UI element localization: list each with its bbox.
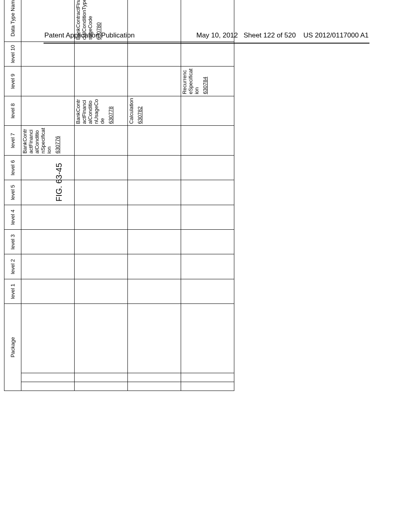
cell-ref: 630782: [137, 106, 143, 124]
col-level8: level 8: [4, 96, 21, 126]
col-level6: level 6: [4, 155, 21, 180]
cell-l6: [21, 155, 75, 180]
col-level9: level 9: [4, 66, 21, 96]
col-level2: level 2: [4, 254, 21, 279]
col-level7: level 7: [4, 126, 21, 156]
col-level5: level 5: [4, 180, 21, 205]
col-level3: level 3: [4, 230, 21, 254]
cell-ref: 630776: [55, 136, 61, 154]
cell-pk-b: [128, 373, 181, 382]
cell-l8: [21, 96, 75, 126]
cell-l8: BankContractFinancialConditionUsageCode …: [75, 96, 128, 126]
cell-l2: [75, 254, 128, 279]
table-row: BankContractFinancialConditionSpecificat…: [21, 0, 75, 391]
cell-l5: [75, 180, 128, 205]
cell-l3: [128, 230, 181, 254]
cell-text: BankContractFinancialConditionTypeUsageC…: [75, 0, 93, 40]
cell-pk-b: [21, 373, 75, 382]
header-sheet: Sheet 122 of 520: [244, 31, 296, 39]
cell-l7: [75, 126, 128, 156]
cell-pk-a: [75, 382, 128, 391]
cell-l2: [128, 254, 181, 279]
col-level10: level 10: [4, 42, 21, 66]
cell-pk-c: [75, 304, 128, 373]
cell-pk-c: [21, 304, 75, 373]
cell-l3: [21, 230, 75, 254]
cell-text: Calculation: [128, 98, 134, 124]
cell-l1: [75, 279, 128, 303]
cell-l5: [128, 180, 181, 205]
cell-pk-c: [181, 304, 234, 373]
table-row: Calculation 630782: [128, 0, 181, 391]
cell-l10: [75, 42, 128, 66]
cell-l8: Calculation 630782: [128, 96, 181, 126]
cell-l3: [181, 230, 234, 254]
cell-l6: [181, 155, 234, 180]
table-container: Package level 1 level 2 level 3 level 4 …: [4, 145, 403, 391]
col-package: Package: [4, 304, 21, 391]
hierarchy-table: Package level 1 level 2 level 3 level 4 …: [4, 0, 234, 391]
cell-dtn: [181, 0, 234, 42]
cell-text: BankContractFinancialConditionUsageCode: [75, 99, 105, 124]
cell-l4: [181, 205, 234, 229]
cell-text: BankContractFinancialConditionSpecificat…: [22, 128, 52, 154]
cell-dtn: BankContractFinancialConditionTypeUsageC…: [75, 0, 128, 42]
cell-l7: BankContractFinancialConditionSpecificat…: [21, 126, 75, 156]
cell-l9: [75, 66, 128, 96]
cell-ref: 630784: [202, 77, 209, 94]
cell-l2: [181, 254, 234, 279]
cell-pk-b: [75, 373, 128, 382]
cell-l8: [181, 96, 234, 126]
cell-l9: RecurrenceSpecification 630784: [181, 66, 234, 96]
cell-l9: [128, 66, 181, 96]
cell-pk-a: [181, 382, 234, 391]
cell-l10: [181, 42, 234, 66]
cell-l4: [128, 205, 181, 229]
table-header-row: Package level 1 level 2 level 3 level 4 …: [4, 0, 21, 391]
cell-pk-b: [181, 373, 234, 382]
table-row: RecurrenceSpecification 630784: [181, 0, 234, 391]
cell-l10: [128, 42, 181, 66]
col-level4: level 4: [4, 205, 21, 229]
cell-l1: [181, 279, 234, 303]
col-data-type-name: Data Type Name: [4, 0, 21, 42]
cell-l5: [21, 180, 75, 205]
cell-text: RecurrenceSpecification: [181, 69, 200, 94]
cell-dtn: [128, 0, 181, 42]
cell-l4: [75, 205, 128, 229]
cell-pk-a: [21, 382, 75, 391]
cell-l9: [21, 66, 75, 96]
cell-l6: [128, 155, 181, 180]
cell-pk-a: [128, 382, 181, 391]
cell-l7: [128, 126, 181, 156]
cell-l6: [75, 155, 128, 180]
header-pub: US 2012/0117000 A1: [303, 31, 369, 39]
cell-ref: 630778: [108, 106, 114, 124]
cell-l2: [21, 254, 75, 279]
cell-l4: [21, 205, 75, 229]
cell-l3: [75, 230, 128, 254]
cell-dtn: [21, 0, 75, 42]
cell-l1: [128, 279, 181, 303]
cell-l5: [181, 180, 234, 205]
cell-l10: [21, 42, 75, 66]
cell-ref: 630780: [96, 22, 102, 39]
cell-pk-c: [128, 304, 181, 373]
cell-l1: [21, 279, 75, 303]
table-row: BankContractFinancialConditionUsageCode …: [75, 0, 128, 391]
cell-l7: [181, 126, 234, 156]
col-level1: level 1: [4, 279, 21, 303]
